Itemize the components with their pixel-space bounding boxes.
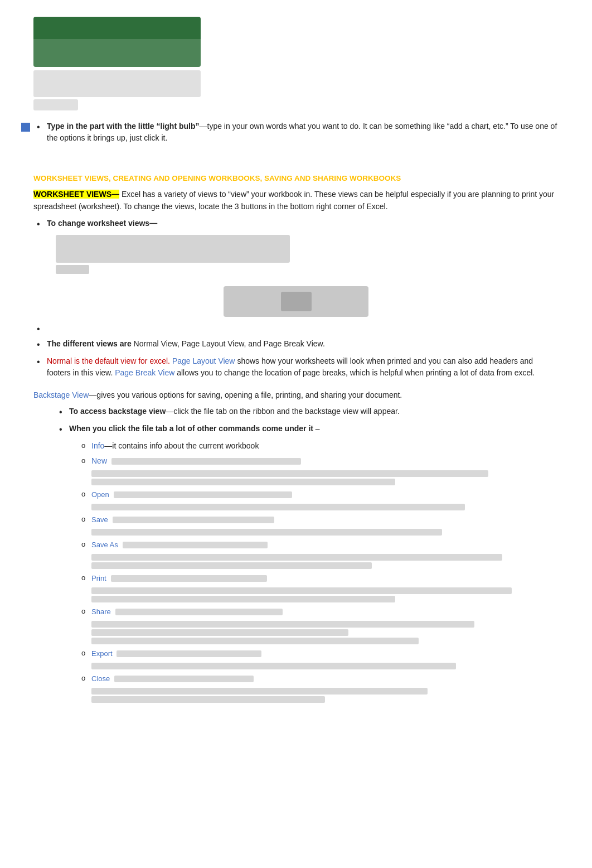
access-backstage-bold: To access backstage view xyxy=(69,407,166,416)
new-blurred-line3 xyxy=(91,479,395,485)
worksheet-highlight: WORKSHEET VIEWS— xyxy=(33,190,119,199)
blurred-sub-7-line2 xyxy=(91,688,428,695)
blurred-sub-4-label: Print xyxy=(91,574,106,582)
page-break-desc: allows you to change the location of pag… xyxy=(177,368,535,377)
info-sub-item: Info—it contains info about the current … xyxy=(78,440,559,452)
new-label: New xyxy=(91,456,107,465)
blurred-sub-2: Save xyxy=(78,514,559,525)
blurred-sub-3-line2 xyxy=(91,554,502,561)
new-blurred-line xyxy=(111,458,301,465)
blurred-sub-4-text xyxy=(111,575,267,582)
blurred-sub-6: Export xyxy=(78,648,559,659)
blurred-sub-3-label: Save As xyxy=(91,541,118,549)
views-screenshot-label xyxy=(56,265,89,274)
blurred-sub-7-label: Close xyxy=(91,674,110,683)
blurred-sub-5-label: Share xyxy=(91,607,111,616)
blurred-sub-4: Print xyxy=(78,572,559,584)
info-label: Info xyxy=(91,441,104,450)
blurred-sub-7-text xyxy=(114,676,254,682)
blurred-sub-2-text xyxy=(113,517,274,523)
header-image xyxy=(33,17,559,110)
when-click-text: – xyxy=(313,424,320,433)
worksheet-views-intro: WORKSHEET VIEWS— Excel has a variety of … xyxy=(33,188,559,213)
change-views-bullet: To change worksheet views— xyxy=(33,218,559,229)
blurred-sub-6-line2 xyxy=(91,663,456,669)
normal-view-text: Normal is the default view for excel. xyxy=(47,356,170,365)
views-description-bullet: Normal is the default view for excel. Pa… xyxy=(33,355,559,379)
blurred-sub-5-line2 xyxy=(91,621,474,628)
page-break-view-text: Page Break View xyxy=(115,368,174,377)
page-layout-view-text: Page Layout View xyxy=(172,356,235,365)
blurred-sub-4-line3 xyxy=(91,596,395,602)
blurred-sub-1-text xyxy=(114,491,292,498)
blurred-sub-3: Save As xyxy=(78,539,559,551)
blurred-sub-6-text xyxy=(117,650,261,657)
blurred-sub-7-line3 xyxy=(91,696,325,703)
when-click-bullet: When you click the file tab a lot of oth… xyxy=(56,423,559,435)
access-backstage-text: —click the file tab on the ribbon and th… xyxy=(166,407,399,416)
blurred-sub-1: Open xyxy=(78,489,559,500)
new-blurred-line2 xyxy=(91,470,488,477)
views-screenshot-1 xyxy=(56,235,290,263)
blurred-sub-6-label: Export xyxy=(91,649,113,658)
blurred-sub-3-text xyxy=(123,542,268,548)
change-views-label: To change worksheet views— xyxy=(47,219,157,228)
light-bulb-bold: Type in the part with the little “light … xyxy=(47,122,200,131)
blurred-sub-5-line4 xyxy=(91,638,419,644)
empty-bullet xyxy=(33,322,559,332)
info-text: —it contains info about the current work… xyxy=(104,441,259,450)
backstage-view-para: Backstage View—gives you various options… xyxy=(33,389,559,401)
blurred-sub-4-line2 xyxy=(91,587,512,594)
when-click-bold: When you click the file tab a lot of oth… xyxy=(69,424,313,433)
blurred-sub-5-line3 xyxy=(91,629,348,636)
backstage-view-label: Backstage View xyxy=(33,390,89,399)
light-bulb-bullet: Type in the part with the little “light … xyxy=(33,120,559,144)
blurred-sub-2-label: Save xyxy=(91,515,108,524)
center-image-placeholder xyxy=(224,286,368,317)
blurred-sub-7: Close xyxy=(78,673,559,684)
blue-dot-icon xyxy=(21,123,30,132)
access-backstage-bullet: To access backstage view—click the file … xyxy=(56,406,559,417)
blurred-sub-2-line2 xyxy=(91,529,442,536)
new-sub-item: New xyxy=(78,455,559,467)
blurred-sub-5-text xyxy=(115,609,283,615)
blurred-sub-3-line3 xyxy=(91,562,372,569)
center-image-inner xyxy=(281,292,312,311)
blurred-sub-5: Share xyxy=(78,606,559,618)
backstage-view-text: —gives you various options for saving, o… xyxy=(89,390,402,399)
blurred-sub-1-label: Open xyxy=(91,490,109,499)
different-views-bold: The different views are xyxy=(47,339,132,348)
different-views-bullet: The different views are Normal View, Pag… xyxy=(33,338,559,350)
different-views-text: Normal View, Page Layout View, and Page … xyxy=(132,339,325,348)
section-heading: WORKSHEET VIEWS, CREATING AND OPENING WO… xyxy=(33,174,559,182)
blurred-sub-1-text2 xyxy=(91,504,465,510)
